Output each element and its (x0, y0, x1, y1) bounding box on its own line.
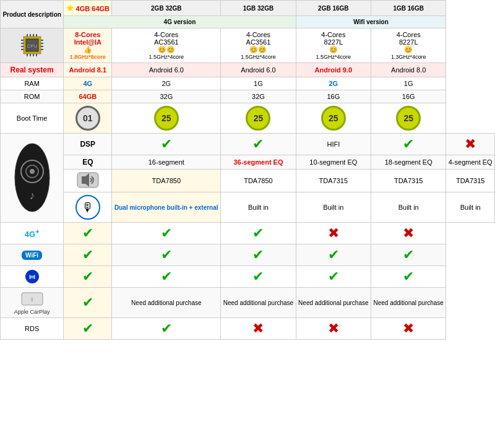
col1-header: ★ 4GB 64GB (64, 1, 112, 16)
cpu-col2: 4-Cores AC3561 😊😊 1.5GHz*4core (112, 28, 221, 63)
rom-label: ROM (1, 90, 64, 103)
rds-label: RDS (1, 318, 64, 340)
real-system-col1: Android 8.1 (64, 63, 112, 77)
rom-col5: 16G (371, 90, 446, 103)
col3-header: 1GB 32GB (221, 1, 296, 16)
rds-col2: ✔ (112, 318, 221, 340)
rom-col3: 32G (221, 90, 296, 103)
cpu-icon-cell: CPU (1, 28, 64, 63)
carplay-col4: Need additional purchase (296, 288, 371, 318)
rom-col4: 16G (296, 90, 371, 103)
amp-col2: TDA7850 (221, 170, 296, 192)
wifi-row: WiFi ✔ ✔ ✔ ✔ ✔ (1, 244, 495, 266)
carplay-icon:  (21, 290, 43, 308)
product-desc-header: Product description (1, 1, 64, 28)
rom-col2: 32G (112, 90, 221, 103)
mic-row: 🎙 Dual microphone built-in + external Bu… (1, 192, 495, 223)
amp-col5: TDA7315 (446, 170, 495, 192)
eq-col5: 4-segment EQ (446, 155, 495, 170)
ram-col4: 2G (296, 77, 371, 90)
rds-col3: ✖ (221, 318, 296, 340)
svg-text:CPU: CPU (27, 43, 37, 49)
carplay-col5: Need additional purchase (371, 288, 446, 318)
boot-circle-4: 25 (321, 106, 346, 131)
bt-col4: ✔ (296, 266, 371, 288)
amp-col4: TDA7315 (371, 170, 446, 192)
bt-col5: ✔ (371, 266, 446, 288)
rds-col1: ✔ (64, 318, 112, 340)
wifi-col3: ✔ (221, 244, 296, 266)
col1-label: 4GB 64GB (76, 5, 110, 12)
music-icon-cell: ♪ (1, 134, 64, 223)
real-system-col5: Android 8.0 (371, 63, 446, 77)
boot-circle-2: 25 (154, 106, 179, 131)
lte-col3: ✔ (221, 223, 296, 244)
mic-label-col1: Dual microphone built-in + external (112, 192, 221, 223)
col5-header: 1GB 16GB (371, 1, 446, 16)
eq-col4: 18-segment EQ (371, 155, 446, 170)
cpu-col3: 4-Cores AC3561 😊😊 1.5GHz*4core (221, 28, 296, 63)
boot-col5: 25 (371, 103, 446, 134)
amp-row: TDA7850 TDA7850 TDA7315 TDA7315 TDA7315 (1, 170, 495, 192)
lte-col5: ✖ (371, 223, 446, 244)
svg-point-22 (30, 169, 35, 174)
dsp-col1: ✔ (112, 134, 221, 155)
lte-logo-cell: 4G+ (1, 223, 64, 244)
rds-col4: ✖ (296, 318, 371, 340)
bt-logo: ⧦ (25, 270, 39, 283)
wifi-col4: ✔ (296, 244, 371, 266)
carplay-logo-cell:  Apple CarPlay (1, 288, 64, 318)
real-system-label: Real system (1, 63, 64, 77)
wifi-logo-cell: WiFi (1, 244, 64, 266)
svg-text::  (31, 297, 33, 303)
carplay-col2: Need additional purchase (112, 288, 221, 318)
carplay-col3: Need additional purchase (221, 288, 296, 318)
mic-col5: Built in (446, 192, 495, 223)
star-icon: ★ (66, 3, 74, 13)
ram-col3: 1G (221, 77, 296, 90)
mic-col2: Built in (221, 192, 296, 223)
comparison-table: Product description ★ 4GB 64GB 2GB 32GB … (0, 0, 495, 340)
ram-col1: 4G (64, 77, 112, 90)
mic-col3: Built in (296, 192, 371, 223)
ram-col5: 1G (371, 77, 446, 90)
cpu-col4: 4-Cores 8227L 😊 1.5GHz*4core (296, 28, 371, 63)
col4-header: 2GB 16GB (296, 1, 371, 16)
version-4g: 4G version (64, 16, 296, 28)
boot-col3: 25 (221, 103, 296, 134)
lte-col4: ✖ (296, 223, 371, 244)
wifi-col2: ✔ (112, 244, 221, 266)
dsp-label: DSP (64, 134, 112, 155)
bt-logo-cell: ⧦ (1, 266, 64, 288)
dsp-row: ♪ DSP ✔ ✔ HIFI ✔ ✖ (1, 134, 495, 155)
boot-circle-3: 25 (246, 106, 270, 131)
eq-col2: 36-segment EQ (221, 155, 296, 170)
ram-col2: 2G (112, 77, 221, 90)
eq-col1: 16-segment (112, 155, 221, 170)
mic-col4: Built in (371, 192, 446, 223)
boot-row: Boot Time 01 25 25 25 25 (1, 103, 495, 134)
cpu-col1: 8-Cores Intel@IA 👍 1.8GHz*8core (64, 28, 112, 63)
bt-row: ⧦ ✔ ✔ ✔ ✔ ✔ (1, 266, 495, 288)
music-icon: ♪ (14, 140, 51, 215)
dsp-col3: HIFI (296, 134, 371, 155)
speaker-icon (77, 172, 99, 188)
amp-col3: TDA7315 (296, 170, 371, 192)
boot-circle-1: 01 (75, 106, 100, 131)
bt-col1: ✔ (64, 266, 112, 288)
rds-row: RDS ✔ ✔ ✖ ✖ ✖ (1, 318, 495, 340)
svg-text:♪: ♪ (29, 189, 35, 202)
lte-row: 4G+ ✔ ✔ ✔ ✖ ✖ (1, 223, 495, 244)
boot-col1: 01 (64, 103, 112, 134)
eq-col3: 10-segment EQ (296, 155, 371, 170)
rom-col1: 64GB (64, 90, 112, 103)
carplay-col1: ✔ (64, 288, 112, 318)
mic-circle-icon: 🎙 (75, 195, 100, 220)
cpu-col5: 4-Cores 8227L 😊 1.3GHz*4core (371, 28, 446, 63)
version-wifi: Wifi version (296, 16, 446, 28)
lte-col1: ✔ (64, 223, 112, 244)
wifi-col1: ✔ (64, 244, 112, 266)
rds-col5: ✖ (371, 318, 446, 340)
dsp-col4: ✔ (371, 134, 446, 155)
boot-col2: 25 (112, 103, 221, 134)
